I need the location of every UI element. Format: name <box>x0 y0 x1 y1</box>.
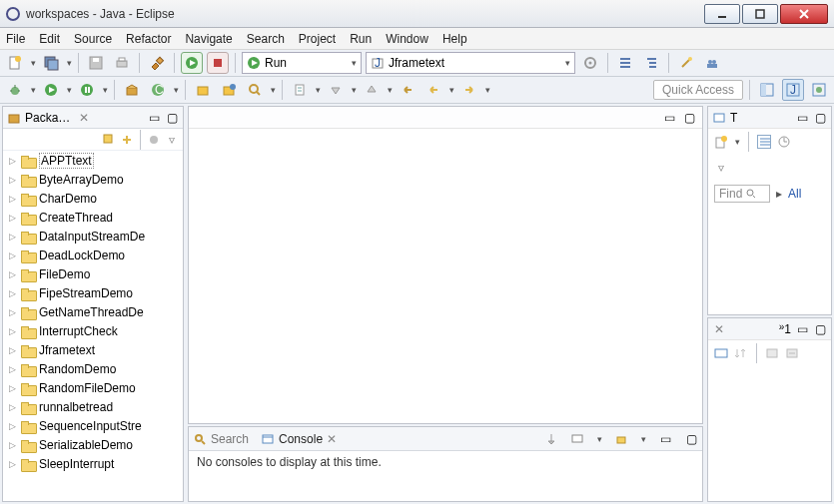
dropdown-arrow-icon[interactable]: ▾ <box>597 434 602 444</box>
menu-source[interactable]: Source <box>74 32 112 46</box>
expand-arrow-icon[interactable]: ▷ <box>7 383 17 393</box>
maximize-button[interactable] <box>742 4 778 24</box>
maximize-view-icon[interactable]: ▢ <box>813 111 827 125</box>
menu-project[interactable]: Project <box>299 32 336 46</box>
dropdown-arrow-icon[interactable]: ▾ <box>103 85 108 95</box>
expand-arrow-icon[interactable]: ▷ <box>7 459 17 469</box>
task-icon[interactable] <box>640 52 662 74</box>
collapse-all-icon[interactable] <box>102 133 116 147</box>
project-item[interactable]: ▷runnalbetread <box>3 397 183 416</box>
save-icon[interactable] <box>85 52 107 74</box>
maximize-editor-icon[interactable]: ▢ <box>682 111 696 125</box>
next-annotation-icon[interactable] <box>325 79 347 101</box>
categorized-icon[interactable] <box>757 135 771 149</box>
dropdown-arrow-icon[interactable]: ▾ <box>352 85 357 95</box>
maximize-view-icon[interactable]: ▢ <box>813 322 827 336</box>
expand-arrow-icon[interactable]: ▷ <box>7 364 17 374</box>
menu-file[interactable]: File <box>6 32 25 46</box>
java-perspective-icon[interactable]: J <box>782 79 804 101</box>
minimize-view-icon[interactable]: ▭ <box>795 111 809 125</box>
dropdown-arrow-icon[interactable]: ▾ <box>67 85 72 95</box>
expand-arrow-icon[interactable]: ▷ <box>7 307 17 317</box>
run-icon[interactable] <box>181 52 203 74</box>
coverage-icon[interactable] <box>76 79 98 101</box>
hide-static-icon[interactable] <box>785 346 799 360</box>
dropdown-arrow-icon[interactable]: ▾ <box>388 85 393 95</box>
save-all-icon[interactable] <box>40 52 62 74</box>
expand-arrow-icon[interactable]: ▷ <box>7 326 17 336</box>
open-console-icon[interactable] <box>614 432 628 446</box>
project-item[interactable]: ▷DeadLockDemo <box>3 246 183 264</box>
minimize-view-icon[interactable]: ▭ <box>795 322 809 336</box>
tab-search[interactable]: Search <box>193 432 249 446</box>
project-item[interactable]: ▷SleepInterrupt <box>3 454 183 473</box>
expand-arrow-icon[interactable]: ▷ <box>7 213 17 223</box>
pin-console-icon[interactable] <box>544 432 558 446</box>
dropdown-arrow-icon[interactable]: ▾ <box>271 85 276 95</box>
menu-window[interactable]: Window <box>386 32 428 46</box>
menu-navigate[interactable]: Navigate <box>185 32 232 46</box>
open-type-icon[interactable] <box>192 79 214 101</box>
dropdown-arrow-icon[interactable]: ▾ <box>641 434 646 444</box>
menu-run[interactable]: Run <box>350 32 372 46</box>
minimize-editor-icon[interactable]: ▭ <box>662 111 676 125</box>
outline-icon[interactable] <box>614 52 636 74</box>
open-perspective-icon[interactable] <box>756 79 778 101</box>
project-item[interactable]: ▷CharDemo <box>3 189 183 208</box>
wand-icon[interactable] <box>675 52 697 74</box>
team-icon[interactable] <box>701 52 723 74</box>
menu-search[interactable]: Search <box>247 32 285 46</box>
project-item[interactable]: ▷DataInputStreamDe <box>3 227 183 246</box>
print-icon[interactable] <box>111 52 133 74</box>
dropdown-arrow-icon[interactable]: ▾ <box>735 137 740 147</box>
expand-arrow-icon[interactable]: ▷ <box>7 269 17 279</box>
sort-icon[interactable] <box>734 346 748 360</box>
view-menu-icon[interactable]: ▿ <box>165 133 179 147</box>
dropdown-arrow-icon[interactable]: ▾ <box>449 85 454 95</box>
launch-config-select[interactable]: J Jframetext ▾ <box>366 52 575 74</box>
close-view-icon[interactable]: ✕ <box>712 322 726 336</box>
new-task-icon[interactable] <box>714 135 728 149</box>
prev-annotation-icon[interactable] <box>361 79 383 101</box>
dropdown-arrow-icon[interactable]: ▾ <box>485 85 490 95</box>
overflow-indicator[interactable]: »1 <box>779 321 791 336</box>
expand-arrow-icon[interactable]: ▷ <box>7 345 17 355</box>
close-tab-icon[interactable]: ✕ <box>327 432 337 446</box>
run-dropdown-icon[interactable] <box>40 79 62 101</box>
forward-icon[interactable] <box>458 79 480 101</box>
menu-help[interactable]: Help <box>442 32 467 46</box>
stop-icon[interactable] <box>207 52 229 74</box>
project-tree[interactable]: ▷APPTtext▷ByteArrayDemo▷CharDemo▷CreateT… <box>3 151 183 501</box>
dropdown-arrow-icon[interactable]: ▾ <box>174 85 179 95</box>
dropdown-arrow-icon[interactable]: ▾ <box>67 58 72 68</box>
open-task-icon[interactable] <box>218 79 240 101</box>
project-item[interactable]: ▷ByteArrayDemo <box>3 170 183 189</box>
link-editor-icon[interactable] <box>120 133 134 147</box>
display-console-icon[interactable] <box>570 432 584 446</box>
minimize-view-icon[interactable]: ▭ <box>147 111 161 125</box>
project-item[interactable]: ▷FileDemo <box>3 264 183 283</box>
project-item[interactable]: ▷CreateThread <box>3 208 183 227</box>
new-class-icon[interactable]: C <box>147 79 169 101</box>
project-item[interactable]: ▷SerializableDemo <box>3 435 183 454</box>
view-menu-icon[interactable]: ▿ <box>714 161 728 175</box>
hide-fields-icon[interactable] <box>765 346 779 360</box>
build-icon[interactable] <box>146 52 168 74</box>
debug-perspective-icon[interactable] <box>808 79 830 101</box>
expand-arrow-icon[interactable]: ▷ <box>7 421 17 431</box>
expand-arrow-icon[interactable]: ▷ <box>7 194 17 204</box>
run-target-select[interactable]: Run ▾ <box>242 52 362 74</box>
expand-arrow-icon[interactable]: ▷ <box>7 232 17 242</box>
find-field[interactable]: Find <box>714 185 770 203</box>
all-link[interactable]: All <box>788 187 801 201</box>
project-item[interactable]: ▷FipeStreamDemo <box>3 283 183 302</box>
dropdown-arrow-icon[interactable]: ▾ <box>316 85 321 95</box>
quick-access-field[interactable]: Quick Access <box>653 80 743 100</box>
expand-arrow-icon[interactable]: ▷ <box>7 156 17 166</box>
minimize-button[interactable] <box>704 4 740 24</box>
search-icon[interactable] <box>244 79 266 101</box>
last-edit-icon[interactable] <box>397 79 418 101</box>
display-icon[interactable] <box>714 346 728 360</box>
minimize-view-icon[interactable]: ▭ <box>658 432 672 446</box>
project-item[interactable]: ▷RandomDemo <box>3 359 183 378</box>
